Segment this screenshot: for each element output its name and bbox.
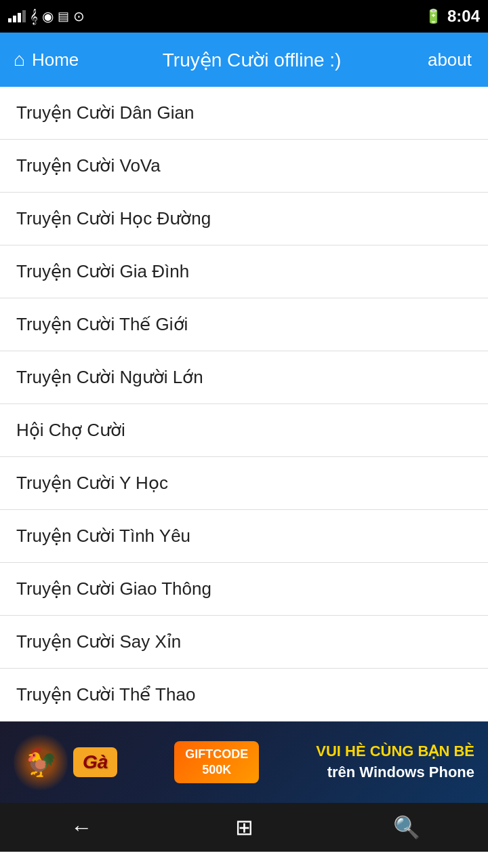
list-item[interactable]: Truyện Cười Thế Giới — [0, 298, 488, 351]
list-item[interactable]: Truyện Cười VoVa — [0, 140, 488, 193]
list-item[interactable]: Truyện Cười Người Lớn — [0, 351, 488, 404]
network-icon: 𝄞 — [30, 9, 38, 24]
list-item[interactable]: Truyện Cười Dân Gian — [0, 87, 488, 140]
menu-list: Truyện Cười Dân GianTruyện Cười VoVaTruy… — [0, 87, 488, 722]
list-item-label: Truyện Cười Y Học — [16, 473, 168, 494]
home-label: Home — [32, 50, 79, 71]
status-bar-left: 𝄞 ◉ ▤ ⊙ — [8, 8, 85, 24]
list-item[interactable]: Truyện Cười Tình Yêu — [0, 510, 488, 563]
home-button[interactable]: ⌂ Home — [0, 49, 92, 71]
list-item-label: Truyện Cười Giao Thông — [16, 578, 211, 599]
app-title: Truyện Cười offline :) — [92, 49, 411, 71]
list-item[interactable]: Truyện Cười Thể Thao — [0, 669, 488, 722]
clock: 8:04 — [447, 7, 480, 26]
list-item-label: Truyện Cười Học Đường — [16, 208, 211, 229]
ad-left: 🐓 Gà — [14, 732, 117, 793]
signal-icon — [8, 10, 26, 22]
battery-icon: 🔋 — [425, 8, 442, 24]
bottom-bar: ← ⊞ 🔍 — [0, 803, 488, 852]
status-bar: 𝄞 ◉ ▤ ⊙ 🔋 8:04 — [0, 0, 488, 33]
list-item-label: Truyện Cười Dân Gian — [16, 102, 194, 123]
ad-text-line2: trên Windows Phone — [316, 762, 474, 783]
list-item-label: Truyện Cười Thế Giới — [16, 314, 188, 335]
list-item-label: Truyện Cười Tình Yêu — [16, 526, 190, 547]
list-item[interactable]: Truyện Cười Học Đường — [0, 193, 488, 245]
ad-giftcode: GIFTCODE 500K — [174, 741, 259, 784]
about-button[interactable]: about — [411, 50, 488, 71]
ad-logo: Gà — [73, 747, 117, 777]
list-item-label: Truyện Cười Say Xỉn — [16, 631, 181, 652]
media-icon: ▤ — [58, 9, 69, 24]
search-button[interactable]: 🔍 — [380, 803, 434, 852]
wifi-icon: ◉ — [42, 8, 54, 24]
gps-icon: ⊙ — [73, 8, 85, 24]
ad-banner[interactable]: 🐓 Gà GIFTCODE 500K VUI HÈ CÙNG BẠN BÈ tr… — [0, 722, 488, 803]
home-icon: ⌂ — [14, 49, 25, 71]
list-item-label: Hội Chợ Cười — [16, 420, 125, 441]
list-item[interactable]: Hội Chợ Cười — [0, 404, 488, 457]
list-item-label: Truyện Cười Thể Thao — [16, 684, 195, 705]
ad-character-icon: 🐓 — [14, 732, 68, 793]
list-item-label: Truyện Cười Người Lớn — [16, 367, 203, 388]
ad-text: VUI HÈ CÙNG BẠN BÈ trên Windows Phone — [316, 741, 474, 783]
windows-home-button[interactable]: ⊞ — [217, 803, 271, 852]
back-button[interactable]: ← — [54, 803, 108, 852]
navbar: ⌂ Home Truyện Cười offline :) about — [0, 33, 488, 87]
ad-text-line1: VUI HÈ CÙNG BẠN BÈ — [316, 741, 474, 762]
list-item-label: Truyện Cười VoVa — [16, 155, 161, 176]
list-item[interactable]: Truyện Cười Gia Đình — [0, 245, 488, 298]
status-bar-right: 🔋 8:04 — [425, 7, 480, 26]
list-item[interactable]: Truyện Cười Say Xỉn — [0, 616, 488, 669]
list-item[interactable]: Truyện Cười Y Học — [0, 457, 488, 510]
list-item-label: Truyện Cười Gia Đình — [16, 261, 189, 282]
list-item[interactable]: Truyện Cười Giao Thông — [0, 563, 488, 616]
